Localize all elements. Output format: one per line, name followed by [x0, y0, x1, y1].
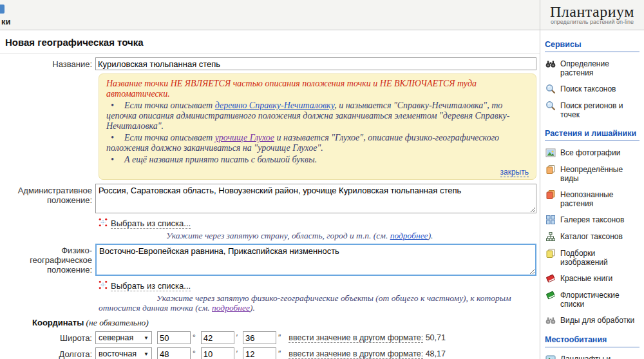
physgeo-choose-from-list-link[interactable]: Выбрать из списка...	[111, 281, 191, 291]
binoculars-icon	[545, 59, 556, 69]
sidebar-section-plants: Растения и лишайники	[545, 129, 639, 141]
sidebar-section-habitats: Местообитания	[545, 335, 639, 347]
minute-sign: ′	[236, 333, 238, 342]
notice-warning: Название точки НЕ ЯВЛЯЕТСЯ частью описан…	[106, 79, 529, 99]
lat-alt-format-link[interactable]: ввести значение в другом формате:	[289, 333, 423, 343]
degree-sign: °	[193, 349, 196, 358]
lon-sec-input[interactable]	[243, 347, 276, 359]
close-notice-link[interactable]: закрыть	[500, 168, 529, 177]
sidebar-item-floristic-lists[interactable]: Флористические списки	[545, 290, 640, 309]
admin-location-textarea[interactable]: Россия, Саратовская область, Новоузенски…	[95, 184, 536, 213]
sidebar-item-undetermined-species[interactable]: Неопределённые виды	[545, 164, 640, 183]
page: ки Новая географическая точка Название: …	[0, 0, 644, 359]
sidebar-item-taxon-search[interactable]: Поиск таксонов	[545, 84, 640, 94]
minute-sign: ′	[236, 349, 238, 358]
second-sign: ″	[278, 349, 281, 358]
lat-min-input[interactable]	[201, 331, 234, 344]
landscape-icon	[545, 354, 556, 359]
village-link[interactable]: деревню Справку-Нечиталовку	[215, 101, 334, 110]
lat-deg-input[interactable]	[157, 331, 191, 344]
notice-box: Название точки НЕ ЯВЛЯЕТСЯ частью описан…	[99, 73, 536, 180]
coordinates-legend: Координаты (не обязательно)	[32, 318, 540, 328]
physgeo-more-details-link[interactable]: подробнее	[212, 303, 250, 313]
binoculars-gray-icon	[545, 315, 556, 325]
sidebar-section-services: Сервисы	[545, 40, 639, 52]
pages-yellow-icon	[545, 248, 556, 258]
sidebar-item-taxon-catalog[interactable]: Каталог таксонов	[545, 231, 640, 242]
logo-title: Плантариум	[540, 3, 644, 20]
latitude-label: Широта:	[0, 333, 95, 343]
sidebar-item-plant-identification[interactable]: Определение растения	[545, 59, 640, 77]
notice-bullet-2: •Если точка описывает урочище Глухое и н…	[106, 133, 529, 153]
tree-icon	[545, 231, 556, 242]
grid-icon	[545, 215, 556, 225]
logo[interactable]: Плантариум определитель растений on-line	[540, 0, 644, 30]
chevron-down-icon: ▼	[144, 351, 149, 357]
book-red-icon	[545, 273, 556, 284]
magnifier-icon	[545, 84, 556, 94]
sidebar: Плантариум определитель растений on-line…	[540, 0, 644, 359]
longitude-row: Долгота: восточная ▼ ° ′ ″ ввести значен…	[0, 347, 540, 359]
bullet-dot: •	[106, 133, 124, 142]
bullet-dot: •	[106, 101, 124, 110]
latitude-row: Широта: северная ▼ ° ′ ″ ввести значение…	[0, 331, 540, 344]
lon-direction-select[interactable]: восточная ▼	[95, 347, 152, 359]
bullet-dot: •	[106, 155, 124, 164]
sidebar-item-landscapes-communities[interactable]: Ландшафты и сообщества	[545, 354, 640, 359]
lon-alt-format-link[interactable]: ввести значение в другом формате:	[289, 349, 423, 359]
sidebar-item-image-collections[interactable]: Подборки изображений	[545, 248, 640, 267]
sidebar-item-region-point-search[interactable]: Поиск регионов и точек	[545, 101, 640, 119]
magnifier-icon	[545, 101, 556, 111]
lat-sec-input[interactable]	[243, 331, 276, 344]
second-sign: ″	[278, 333, 281, 342]
notice-bullet-1: •Если точка описывает деревню Справку-Не…	[106, 101, 529, 131]
pages-orange-icon	[545, 164, 556, 175]
sidebar-item-all-photos[interactable]: Все фотографии	[545, 148, 640, 158]
physgeo-choose-row: Выбрать из списка...	[99, 280, 540, 291]
physgeo-location-textarea[interactable]: Восточно-Европейская равнина, Прикаспийс…	[95, 244, 536, 276]
main-content: Новая географическая точка Название: Наз…	[0, 30, 540, 359]
page-title: Новая географическая точка	[5, 37, 144, 48]
admin-more-details-link[interactable]: подробнее	[390, 231, 428, 240]
pages-red-icon	[545, 189, 556, 200]
admin-location-label: Административное положение:	[0, 184, 95, 205]
admin-hint: Укажите через запятую страну, область, г…	[99, 231, 536, 240]
longitude-label: Долгота:	[0, 349, 95, 359]
name-label: Название:	[0, 57, 95, 69]
lat-alt-value: 50,71	[426, 333, 446, 342]
chevron-down-icon: ▼	[144, 335, 149, 341]
admin-choose-row: Выбрать из списка...	[99, 218, 540, 229]
lon-alt-value: 48,17	[426, 349, 446, 358]
degree-sign: °	[193, 333, 196, 342]
sidebar-item-red-books[interactable]: Красные книги	[545, 273, 640, 284]
sidebar-item-species-for-processing[interactable]: Виды для обработки	[545, 315, 640, 325]
sidebar-item-taxon-gallery[interactable]: Галерея таксонов	[545, 215, 640, 225]
lon-deg-input[interactable]	[157, 347, 191, 359]
tract-link[interactable]: урочище Глухое	[215, 133, 274, 142]
select-from-list-icon	[99, 218, 108, 229]
lon-min-input[interactable]	[201, 347, 234, 359]
sidebar-item-unidentified-plants[interactable]: Неопознанные растения	[545, 189, 640, 208]
top-bar: ки	[0, 0, 540, 30]
logo-subtitle: определитель растений on-line	[540, 19, 644, 25]
lat-direction-select[interactable]: северная ▼	[95, 331, 152, 344]
photos-icon	[545, 148, 556, 158]
partial-nav-text: ки	[1, 17, 11, 26]
admin-choose-from-list-link[interactable]: Выбрать из списка...	[111, 218, 191, 229]
notice-bullet-3: •А ещё названия принято писать с большой…	[106, 155, 529, 165]
clipped-nav-icon	[0, 5, 5, 14]
page-title-bar: Новая географическая точка	[0, 30, 540, 54]
point-name-input[interactable]	[95, 57, 536, 70]
physgeo-hint: Укажите через запятую физико-географичес…	[99, 293, 536, 313]
select-from-list-icon	[99, 280, 108, 291]
physgeo-location-label: Физико-географическое положение:	[0, 244, 95, 275]
book-green-icon	[545, 290, 556, 300]
